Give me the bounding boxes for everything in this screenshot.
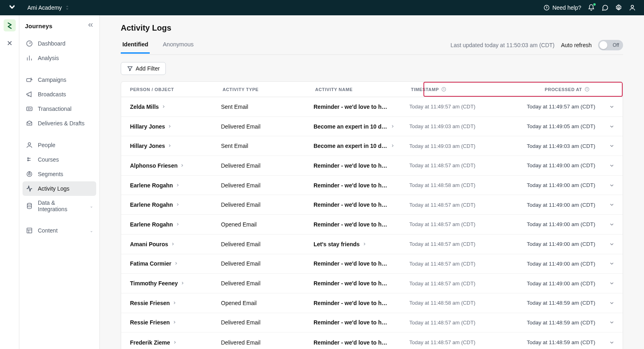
filter-icon: [127, 65, 133, 72]
expand-row-button[interactable]: [603, 143, 621, 149]
rail-journeys[interactable]: [4, 19, 16, 31]
sidebar-item-segments[interactable]: Segments: [23, 167, 96, 181]
expand-row-button[interactable]: [603, 320, 621, 325]
activity-name-link[interactable]: Reminder - we'd love to hear fro…: [306, 319, 402, 326]
sidebar-item-deliveries-drafts[interactable]: Deliveries & Drafts: [23, 116, 96, 131]
activity-type: Delivered Email: [214, 162, 306, 169]
notifications-icon[interactable]: [588, 4, 595, 11]
person-link[interactable]: Earlene Rogahn: [123, 182, 214, 189]
help-icon[interactable]: [441, 87, 446, 92]
person-link[interactable]: Zelda Mills: [123, 104, 214, 110]
help-icon[interactable]: [584, 87, 590, 92]
th-name[interactable]: ACTIVITY NAME: [306, 82, 402, 97]
auto-refresh-toggle[interactable]: Off: [598, 40, 623, 50]
sidebar-item-content[interactable]: Content⌄: [23, 223, 96, 238]
collapse-sidebar-button[interactable]: [87, 22, 94, 30]
activity-name-link[interactable]: Become an expert in 10 days!: [306, 123, 402, 130]
expand-row-button[interactable]: [603, 222, 621, 227]
person-link[interactable]: Hillary Jones: [123, 143, 214, 149]
activity-name-link[interactable]: Let's stay friends: [306, 241, 402, 247]
svg-point-12: [442, 87, 446, 91]
timestamp-text: Today at 11:48:57 am (CDT): [402, 162, 515, 168]
need-help-link[interactable]: Need help?: [543, 4, 581, 11]
expand-row-button[interactable]: [603, 241, 621, 247]
person-link[interactable]: Ressie Friesen: [123, 319, 214, 326]
person-link[interactable]: Alphonso Friesen: [123, 162, 214, 169]
person-link[interactable]: Earlene Rogahn: [123, 202, 214, 208]
activity-type: Delivered Email: [214, 339, 306, 346]
tabs: IdentifiedAnonymous: [121, 41, 195, 53]
sidebar-item-label: Campaigns: [38, 77, 66, 83]
th-type[interactable]: ACTIVITY TYPE: [214, 82, 306, 97]
th-person[interactable]: PERSON / OBJECT: [121, 82, 214, 97]
expand-row-button[interactable]: [603, 340, 621, 345]
logo-icon[interactable]: [8, 3, 16, 12]
sidebar-item-transactional[interactable]: Transactional: [23, 102, 96, 116]
chevron-down-icon: ⌄: [90, 204, 93, 208]
add-filter-button[interactable]: Add Filter: [121, 62, 166, 75]
expand-row-button[interactable]: [603, 202, 621, 208]
tab-identified[interactable]: Identified: [121, 41, 150, 54]
expand-row-button[interactable]: [603, 280, 621, 286]
chevron-right-icon: [180, 280, 185, 287]
activity-name-link[interactable]: Reminder - we'd love to hear fro…: [306, 182, 402, 189]
chat-icon[interactable]: [601, 4, 609, 11]
activity-name-link[interactable]: Reminder - we'd love to hear fro…: [306, 300, 402, 306]
sidebar-item-courses[interactable]: Courses: [23, 152, 96, 167]
expand-row-button[interactable]: [603, 300, 621, 306]
expand-row-button[interactable]: [603, 124, 621, 129]
help-icon: [543, 4, 550, 11]
activity-name-link[interactable]: Reminder - we'd love to hear fro…: [306, 260, 402, 267]
activity-name-link[interactable]: Reminder - we'd love to hear fro…: [306, 280, 402, 287]
person-link[interactable]: Timmothy Feeney: [123, 280, 214, 287]
person-link[interactable]: Ressie Friesen: [123, 300, 214, 306]
content-icon: [26, 227, 33, 234]
table-row: Timmothy Feeney Delivered Email Reminder…: [121, 274, 623, 293]
person-link[interactable]: Amani Pouros: [123, 241, 214, 247]
person-link[interactable]: Frederik Zieme: [123, 339, 214, 346]
rail-secondary[interactable]: [4, 37, 16, 49]
activity-name-link[interactable]: Reminder - we'd love to hear fro…: [306, 162, 402, 169]
sidebar-item-data-integrations[interactable]: Data & Integrations⌄: [23, 196, 96, 216]
sidebar-item-analysis[interactable]: Analysis: [23, 51, 96, 65]
table-row: Earlene Rogahn Opened Email Reminder - w…: [121, 215, 623, 235]
table-row: Zelda Mills Sent Email Reminder - we'd l…: [121, 97, 623, 117]
chevron-right-icon: [173, 339, 177, 346]
sidebar-item-people[interactable]: People: [23, 138, 96, 152]
th-processed[interactable]: PROCESSED AT: [515, 82, 623, 97]
chevron-right-icon: [167, 123, 172, 130]
sidebar-item-campaigns[interactable]: Campaigns: [23, 73, 96, 87]
tab-anonymous[interactable]: Anonymous: [161, 41, 195, 54]
activity-name-link[interactable]: Reminder - we'd love to hear fro…: [306, 202, 402, 208]
processed-at-text: Today at 11:49:57 am (CDT): [515, 104, 603, 110]
profile-icon[interactable]: [629, 4, 636, 11]
activity-type: Sent Email: [214, 104, 306, 110]
activity-name-link[interactable]: Become an expert in 10 days!: [306, 143, 402, 149]
svg-point-10: [27, 203, 32, 205]
expand-row-button[interactable]: [603, 163, 621, 168]
table-row: Ressie Friesen Delivered Email Reminder …: [121, 313, 623, 333]
expand-row-button[interactable]: [603, 104, 621, 110]
activity-type: Delivered Email: [214, 202, 306, 208]
person-link[interactable]: Fatima Cormier: [123, 260, 214, 267]
main-content: Activity Logs IdentifiedAnonymous Last u…: [100, 15, 644, 349]
last-updated-text: Last updated today at 11:50:03 am (CDT): [450, 42, 554, 48]
chevron-up-down-icon: [65, 5, 69, 10]
settings-icon[interactable]: [615, 4, 622, 11]
topbar: Ami Academy Need help?: [0, 0, 644, 15]
expand-row-button[interactable]: [603, 261, 621, 266]
person-link[interactable]: Hillary Jones: [123, 123, 214, 130]
sidebar-item-broadcasts[interactable]: Broadcasts: [23, 87, 96, 102]
person-link[interactable]: Earlene Rogahn: [123, 221, 214, 228]
sidebar-item-activity-logs[interactable]: Activity Logs: [23, 181, 96, 196]
activity-name-link[interactable]: Reminder - we'd love to hear fro…: [306, 221, 402, 228]
toggle-state-text: Off: [613, 42, 619, 48]
sidebar-item-dashboard[interactable]: Dashboard: [23, 36, 96, 51]
timestamp-text: Today at 11:48:58 am (CDT): [402, 182, 515, 188]
workspace-switcher[interactable]: Ami Academy: [27, 4, 69, 11]
expand-row-button[interactable]: [603, 183, 621, 188]
processed-at-text: Today at 11:48:59 am (CDT): [515, 300, 603, 306]
activity-name-link[interactable]: Reminder - we'd love to hear fro…: [306, 339, 402, 346]
th-timestamp[interactable]: TIMESTAMP: [402, 82, 515, 97]
activity-name-link[interactable]: Reminder - we'd love to hear fro…: [306, 104, 402, 110]
